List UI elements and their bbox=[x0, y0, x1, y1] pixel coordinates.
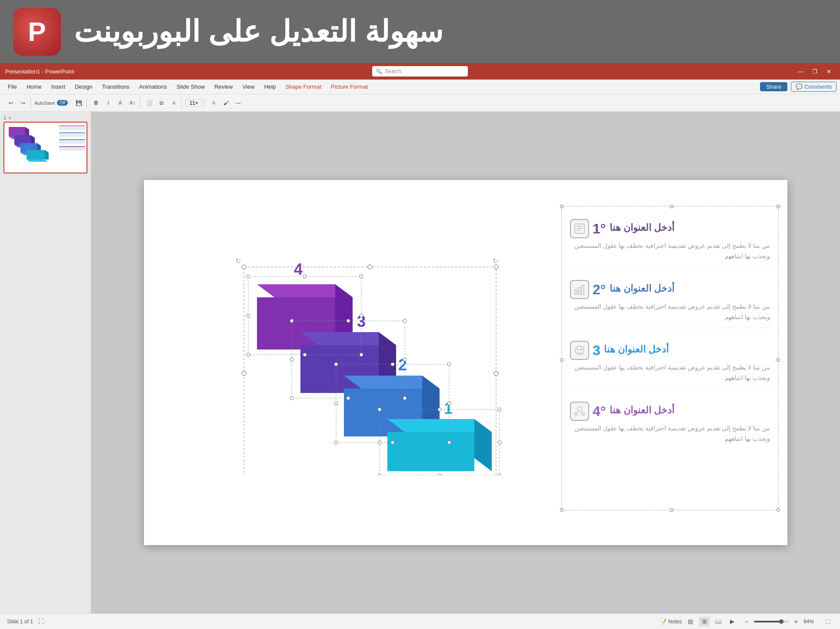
svg-line-88 bbox=[576, 411, 580, 413]
autosave-toggle[interactable]: Off bbox=[57, 100, 68, 106]
svg-point-70 bbox=[378, 474, 381, 476]
menu-slideshow[interactable]: Slide Show bbox=[172, 82, 209, 92]
info-panel-4: أدخل العنوان هنا 4° من منا لا يطمح إلى ت… bbox=[570, 402, 770, 444]
svg-point-30 bbox=[368, 265, 372, 269]
line-color-button[interactable]: — bbox=[233, 97, 244, 109]
notes-button[interactable]: 📝 Notes bbox=[660, 619, 682, 625]
slide-thumbnail[interactable] bbox=[3, 122, 87, 173]
svg-point-66 bbox=[438, 408, 441, 411]
menu-file[interactable]: File bbox=[3, 82, 21, 92]
svg-point-87 bbox=[582, 413, 584, 415]
svg-point-84 bbox=[580, 349, 582, 350]
close-button[interactable]: ✕ bbox=[823, 67, 835, 76]
arrange-button[interactable]: ⧉ bbox=[156, 97, 167, 109]
comments-button[interactable]: 💬Comments bbox=[791, 82, 837, 92]
menu-review[interactable]: Review bbox=[210, 82, 237, 92]
title-bar-left: Presentation1 - PowerPoint bbox=[5, 68, 74, 75]
panel2-number: 2° bbox=[593, 282, 606, 298]
bold-button[interactable]: B bbox=[90, 97, 102, 109]
svg-rect-25 bbox=[387, 432, 474, 471]
fit-to-window-icon[interactable]: ⛶ bbox=[38, 618, 44, 625]
svg-text:↻: ↻ bbox=[235, 257, 241, 265]
svg-point-69 bbox=[498, 441, 501, 444]
svg-rect-75 bbox=[575, 224, 584, 233]
toolbar-fontsize: 11+ bbox=[183, 99, 205, 107]
italic-button[interactable]: I bbox=[103, 97, 114, 109]
svg-point-85 bbox=[577, 407, 582, 411]
fill-color-button[interactable]: A bbox=[208, 97, 220, 109]
svg-point-51 bbox=[403, 358, 407, 361]
svg-point-31 bbox=[494, 265, 498, 269]
menu-insert[interactable]: Insert bbox=[47, 82, 70, 92]
svg-point-60 bbox=[447, 402, 451, 405]
share-button[interactable]: Share bbox=[760, 82, 787, 91]
slide-info: Slide 1 of 1 bbox=[7, 619, 33, 625]
zoom-in-button[interactable]: + bbox=[790, 616, 802, 627]
slide-sorter-button[interactable]: ⊞ bbox=[699, 617, 710, 626]
toolbar-format: B I A A↑ bbox=[89, 97, 140, 109]
search-area: 🔍 Search bbox=[372, 63, 468, 80]
panel4-number: 4° bbox=[593, 403, 606, 419]
svg-point-86 bbox=[575, 413, 577, 415]
align-button[interactable]: ≡ bbox=[168, 97, 180, 109]
menu-picture-format[interactable]: Picture Format bbox=[327, 82, 372, 92]
title-bar: Presentation1 - PowerPoint 🔍 Search — ❐ … bbox=[0, 63, 840, 80]
toolbar-undo[interactable]: ↩ bbox=[5, 97, 17, 109]
svg-rect-0 bbox=[9, 127, 25, 136]
minimize-button[interactable]: — bbox=[795, 67, 807, 76]
svg-rect-80 bbox=[578, 287, 580, 294]
svg-point-33 bbox=[494, 371, 498, 376]
svg-marker-10 bbox=[45, 150, 49, 160]
slideshow-button[interactable]: ▶ bbox=[727, 617, 737, 626]
svg-rect-79 bbox=[575, 290, 577, 294]
text-color-button[interactable]: 🖌 bbox=[220, 97, 232, 109]
zoom-slider[interactable] bbox=[754, 621, 789, 622]
font-size-input[interactable]: 11+ bbox=[185, 99, 203, 107]
toolbar-redo[interactable]: ↪ bbox=[17, 97, 29, 109]
panel2-icon bbox=[570, 280, 589, 299]
svg-point-63 bbox=[447, 441, 451, 444]
zoom-thumb bbox=[779, 619, 783, 624]
top-banner: P سهولة التعديل على البوربوينت bbox=[0, 0, 840, 63]
shape-button[interactable]: ⬜ bbox=[144, 97, 155, 109]
app-title: Presentation1 - PowerPoint bbox=[5, 68, 74, 75]
format-button[interactable]: A bbox=[115, 97, 126, 109]
font-inc-button[interactable]: A↑ bbox=[127, 97, 138, 109]
menu-design[interactable]: Design bbox=[70, 82, 97, 92]
fit-zoom-button[interactable]: ⛶ bbox=[823, 617, 833, 626]
panel2-body: من منا لا يطمح إلى تقديم عروض تقديمية اح… bbox=[570, 302, 770, 323]
powerpoint-logo: P bbox=[13, 8, 61, 56]
svg-point-38 bbox=[247, 275, 250, 278]
save-button[interactable]: 💾 bbox=[73, 97, 85, 109]
zoom-out-button[interactable]: − bbox=[741, 616, 752, 627]
svg-marker-11 bbox=[27, 160, 49, 162]
menu-view[interactable]: View bbox=[238, 82, 259, 92]
status-left: Slide 1 of 1 ⛶ bbox=[7, 618, 44, 625]
svg-point-72 bbox=[498, 474, 501, 476]
panel3-icon bbox=[570, 341, 589, 360]
panel1-icon bbox=[570, 219, 589, 238]
menu-help[interactable]: Help bbox=[260, 82, 280, 92]
canvas-area[interactable]: 4 3 2 1 bbox=[91, 112, 840, 613]
menu-animations[interactable]: Animations bbox=[135, 82, 171, 92]
slide-thumb-content bbox=[4, 123, 87, 173]
svg-point-45 bbox=[360, 353, 363, 356]
svg-point-48 bbox=[347, 319, 350, 323]
menu-shape-format[interactable]: Shape Format bbox=[281, 82, 325, 92]
panel3-title: أدخل العنوان هنا bbox=[604, 344, 669, 355]
window-controls: — ❐ ✕ bbox=[795, 67, 835, 76]
slide-canvas: 4 3 2 1 bbox=[144, 180, 787, 545]
menu-home[interactable]: Home bbox=[22, 82, 46, 92]
svg-point-62 bbox=[391, 441, 394, 444]
svg-point-67 bbox=[498, 408, 501, 411]
svg-marker-26 bbox=[474, 419, 492, 471]
menu-transitions[interactable]: Transitions bbox=[98, 82, 134, 92]
svg-point-56 bbox=[334, 363, 338, 366]
svg-point-41 bbox=[247, 314, 250, 317]
svg-point-32 bbox=[242, 371, 246, 376]
search-box[interactable]: 🔍 Search bbox=[372, 66, 468, 77]
reading-view-button[interactable]: 📖 bbox=[713, 617, 723, 626]
restore-button[interactable]: ❐ bbox=[809, 67, 821, 76]
svg-point-43 bbox=[247, 353, 250, 356]
normal-view-button[interactable]: ▤ bbox=[685, 617, 696, 626]
